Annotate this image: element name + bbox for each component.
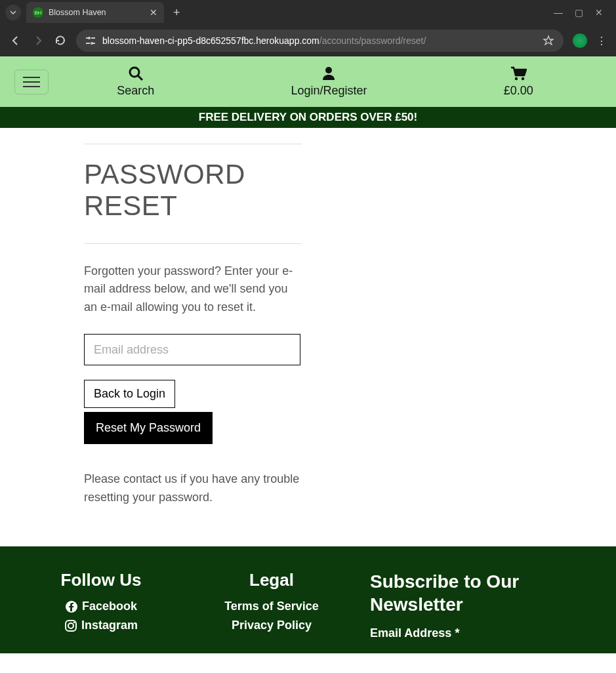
svg-line-7 xyxy=(138,75,142,80)
back-to-login-button[interactable]: Back to Login xyxy=(84,380,175,408)
legal-heading: Legal xyxy=(199,570,344,590)
forward-button[interactable] xyxy=(31,35,45,47)
svg-point-5 xyxy=(91,42,93,45)
svg-point-6 xyxy=(130,68,139,77)
follow-heading: Follow Us xyxy=(29,570,173,590)
svg-point-13 xyxy=(68,623,73,628)
login-register-button[interactable]: Login/Register xyxy=(291,66,367,98)
svg-point-14 xyxy=(73,621,75,622)
cart-button[interactable]: £0.00 xyxy=(504,66,533,98)
facebook-icon xyxy=(65,600,78,613)
cart-total: £0.00 xyxy=(504,84,533,98)
tab-strip: BH Blossom Haven ✕ + ― ▢ ✕ xyxy=(0,0,616,25)
site-settings-icon[interactable] xyxy=(85,35,96,46)
footer-legal-col: Legal Terms of Service Privacy Policy xyxy=(199,570,344,640)
footer-follow-col: Follow Us Facebook Instagram xyxy=(29,570,173,640)
cart-icon xyxy=(504,66,533,81)
nav-bar: blossom-haven-ci-pp5-d8c652557fbc.heroku… xyxy=(0,25,616,56)
email-input[interactable] xyxy=(84,334,300,365)
header-actions: Search Login/Register £0.00 xyxy=(49,66,602,98)
site-header: Search Login/Register £0.00 xyxy=(0,56,616,107)
maximize-button[interactable]: ▢ xyxy=(575,7,583,18)
search-button[interactable]: Search xyxy=(117,66,154,98)
newsletter-heading: Subscribe to Our Newsletter xyxy=(370,570,587,616)
url-text: blossom-haven-ci-pp5-d8c652557fbc.heroku… xyxy=(102,35,536,46)
tabs-dropdown-button[interactable] xyxy=(5,5,21,20)
privacy-link[interactable]: Privacy Policy xyxy=(199,619,344,632)
newsletter-email-label: Email Address * xyxy=(370,626,587,640)
svg-point-9 xyxy=(515,77,518,80)
login-label: Login/Register xyxy=(291,84,367,98)
favicon-icon: BH xyxy=(33,7,43,18)
window-controls: ― ▢ ✕ xyxy=(554,7,611,18)
profile-avatar[interactable] xyxy=(573,33,587,48)
divider xyxy=(84,144,302,144)
instructions-text: Forgotten your password? Enter your e-ma… xyxy=(84,262,302,317)
close-window-button[interactable]: ✕ xyxy=(595,7,603,18)
terms-link[interactable]: Terms of Service xyxy=(199,600,344,613)
url-bar[interactable]: blossom-haven-ci-pp5-d8c652557fbc.heroku… xyxy=(76,30,564,52)
tab-title: Blossom Haven xyxy=(49,8,144,17)
facebook-link[interactable]: Facebook xyxy=(29,600,173,613)
svg-rect-1 xyxy=(91,37,95,39)
contact-text: Please contact us if you have any troubl… xyxy=(84,470,302,507)
svg-rect-2 xyxy=(86,43,90,44)
back-button[interactable] xyxy=(9,35,22,47)
svg-point-8 xyxy=(325,67,332,73)
divider xyxy=(84,243,302,244)
site-footer: Follow Us Facebook Instagram Legal Terms… xyxy=(0,546,616,653)
search-icon xyxy=(117,66,154,81)
browser-chrome: BH Blossom Haven ✕ + ― ▢ ✕ blossom-haven… xyxy=(0,0,616,56)
reload-button[interactable] xyxy=(54,35,67,47)
close-tab-button[interactable]: ✕ xyxy=(150,7,157,18)
search-label: Search xyxy=(117,84,154,98)
reset-password-button[interactable]: Reset My Password xyxy=(84,412,213,444)
delivery-banner: FREE DELIVERY ON ORDERS OVER £50! xyxy=(0,107,616,128)
main-content: PASSWORD RESET Forgotten your password? … xyxy=(0,128,302,546)
browser-menu-button[interactable]: ⋮ xyxy=(596,35,607,47)
user-icon xyxy=(291,66,367,81)
instagram-icon xyxy=(64,619,77,632)
bookmark-icon[interactable] xyxy=(543,35,554,47)
browser-tab[interactable]: BH Blossom Haven ✕ xyxy=(26,2,164,23)
svg-point-4 xyxy=(88,37,91,39)
svg-point-10 xyxy=(522,77,524,80)
new-tab-button[interactable]: + xyxy=(169,6,184,20)
footer-newsletter-col: Subscribe to Our Newsletter Email Addres… xyxy=(370,570,587,640)
minimize-button[interactable]: ― xyxy=(554,7,563,18)
instagram-link[interactable]: Instagram xyxy=(29,619,173,632)
hamburger-menu-button[interactable] xyxy=(14,70,49,94)
page-title: PASSWORD RESET xyxy=(84,159,302,222)
